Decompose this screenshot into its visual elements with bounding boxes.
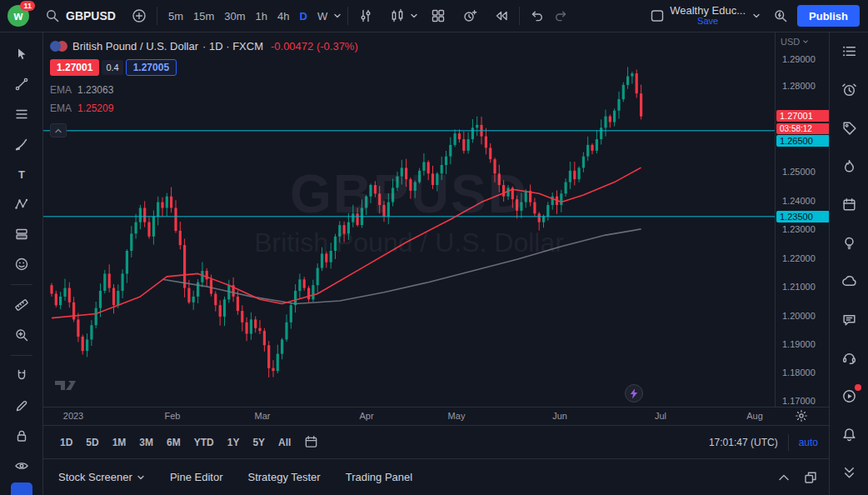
gear-icon	[795, 409, 808, 422]
support-button[interactable]	[834, 338, 864, 377]
price-scale-currency[interactable]: USD	[781, 37, 809, 47]
cursor-tool-button[interactable]	[7, 39, 37, 69]
chart-pane[interactable]: GBPUSD British Pound / U.S. Dollar Briti…	[43, 32, 775, 407]
legend-title[interactable]: British Pound / U.S. Dollar	[72, 40, 198, 52]
time-tick: Feb	[165, 411, 181, 421]
save-layout-link[interactable]: Save	[697, 16, 718, 26]
redo-button[interactable]	[549, 4, 572, 28]
range-3m[interactable]: 3M	[132, 433, 160, 452]
buy-button[interactable]: 1.27005	[126, 59, 177, 76]
magnet-mode-button[interactable]	[7, 361, 37, 391]
range-all[interactable]: All	[272, 433, 297, 452]
layout-name-text[interactable]: Wealthy Educ...	[670, 6, 746, 16]
boost-button[interactable]	[625, 384, 643, 402]
interval-30m[interactable]: 30m	[219, 7, 250, 26]
object-tree-button[interactable]	[11, 482, 32, 495]
symbol-search-button[interactable]	[41, 4, 64, 28]
tab-trading-panel[interactable]: Trading Panel	[346, 471, 412, 483]
tradingview-app: w 11 GBPUSD 5m 15m 30m 1h 4h D W	[0, 0, 868, 495]
pattern-tool-button[interactable]	[7, 189, 37, 219]
templates-button[interactable]	[427, 4, 450, 28]
price-scale[interactable]: USD 1.29000 1.28000 1.25000 1.24000 1.23…	[775, 32, 830, 407]
fib-tool-button[interactable]	[7, 99, 37, 129]
caret-down-icon	[137, 474, 145, 481]
watchlist-button[interactable]	[834, 32, 864, 70]
interval-1d[interactable]: D	[295, 7, 312, 26]
legend-change: -0.00472 (-0.37%)	[271, 40, 358, 52]
brush-icon	[14, 137, 29, 152]
indicators-button[interactable]	[354, 4, 377, 28]
data-window-button[interactable]	[834, 108, 864, 147]
interval-4h[interactable]: 4h	[272, 7, 294, 26]
user-menu-button[interactable]: w 11	[7, 5, 29, 27]
go-to-date-button[interactable]	[304, 435, 318, 449]
tab-pine-editor[interactable]: Pine Editor	[170, 471, 223, 483]
indicator-row-ema1[interactable]: EMA 1.23063	[50, 84, 358, 96]
trend-line-tool-button[interactable]	[7, 69, 37, 99]
chart-style-caret[interactable]	[410, 12, 418, 19]
minds-button[interactable]	[834, 262, 864, 300]
range-1y[interactable]: 1Y	[221, 433, 247, 452]
chat-button[interactable]	[834, 300, 864, 338]
legend-collapse-button[interactable]	[50, 123, 67, 138]
range-1m[interactable]: 1M	[106, 433, 133, 452]
lock-drawings-button[interactable]	[7, 421, 37, 451]
price-tick: 1.24000	[782, 196, 816, 206]
panel-maximize-button[interactable]	[803, 470, 818, 485]
interval-1w[interactable]: W	[312, 7, 332, 26]
ruler-icon	[14, 298, 29, 312]
intervals-menu-caret[interactable]	[333, 12, 342, 19]
publish-button[interactable]: Publish	[797, 5, 860, 27]
pencil-icon	[14, 398, 29, 413]
notifications-button[interactable]	[834, 415, 864, 453]
range-1d[interactable]: 1D	[53, 433, 79, 452]
time-axis[interactable]: 2023 Feb Mar Apr May Jun Jul Aug	[43, 407, 830, 425]
symbol-name[interactable]: GBPUSD	[66, 9, 116, 22]
tradingview-logo[interactable]	[55, 376, 80, 393]
create-alert-button[interactable]	[458, 4, 481, 28]
compare-add-button[interactable]	[127, 4, 151, 28]
trade-buttons-row: 1.27001 0.4 1.27005	[50, 59, 358, 76]
price-tick: 1.23000	[782, 224, 816, 234]
brush-tool-button[interactable]	[7, 129, 37, 159]
undo-button[interactable]	[526, 4, 549, 28]
hide-drawings-button[interactable]	[7, 451, 37, 481]
sell-button[interactable]: 1.27001	[50, 59, 99, 76]
interval-1h[interactable]: 1h	[251, 7, 272, 26]
time-tick: Jun	[552, 411, 567, 421]
hotlists-button[interactable]	[834, 147, 864, 185]
chart-style-button[interactable]	[386, 4, 409, 28]
layout-menu-caret[interactable]	[752, 12, 761, 19]
quick-search-button[interactable]	[769, 4, 792, 28]
legend-title-row[interactable]: British Pound / U.S. Dollar · 1D · FXCM …	[50, 40, 358, 52]
interval-5m[interactable]: 5m	[163, 7, 188, 26]
measure-tool-button[interactable]	[7, 290, 37, 320]
alerts-button[interactable]	[834, 70, 864, 108]
tab-strategy-tester[interactable]: Strategy Tester	[247, 471, 320, 483]
clock-utc[interactable]: 17:01:47 (UTC)	[709, 437, 778, 448]
axis-settings-button[interactable]	[795, 409, 808, 422]
drawing-mode-button[interactable]	[7, 391, 37, 421]
range-5d[interactable]: 5D	[79, 433, 105, 452]
emoji-tool-button[interactable]	[7, 249, 37, 279]
position-tool-button[interactable]	[7, 219, 37, 249]
tab-stock-screener[interactable]: Stock Screener	[58, 471, 145, 483]
scale-mode-auto[interactable]: auto	[799, 437, 818, 448]
range-5y[interactable]: 5Y	[246, 433, 272, 452]
calendar-button[interactable]	[834, 185, 864, 223]
more-panels-button[interactable]	[834, 453, 864, 492]
streams-button[interactable]	[834, 377, 864, 415]
replay-button[interactable]	[490, 4, 513, 28]
ideas-button[interactable]	[834, 223, 864, 262]
text-tool-button[interactable]: T	[7, 159, 37, 189]
panel-expand-button[interactable]	[776, 470, 791, 485]
price-tick: 1.17000	[782, 396, 816, 406]
range-6m[interactable]: 6M	[160, 433, 187, 452]
zoom-tool-button[interactable]	[7, 320, 37, 350]
range-ytd[interactable]: YTD	[187, 433, 221, 452]
layout-icon	[650, 8, 665, 23]
price-tick: 1.22000	[782, 253, 816, 263]
interval-15m[interactable]: 15m	[188, 7, 219, 26]
indicator-row-ema2[interactable]: EMA 1.25209	[50, 102, 358, 114]
layout-menu[interactable]: Wealthy Educ... Save	[650, 6, 761, 26]
